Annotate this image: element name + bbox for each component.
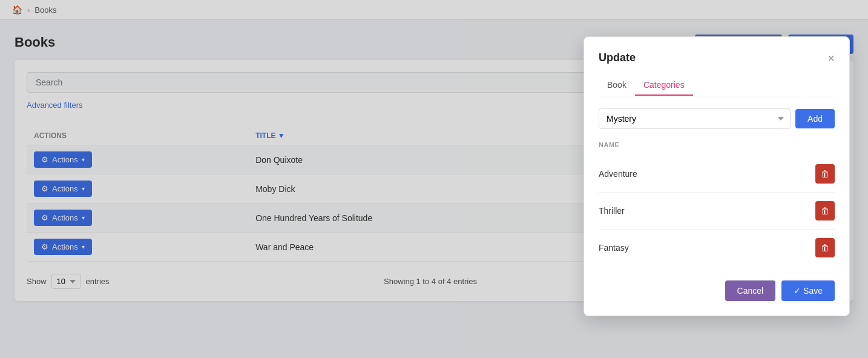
modal-close-button[interactable]: × (827, 52, 835, 64)
add-category-button[interactable]: Add (795, 109, 835, 128)
save-button[interactable]: ✓ Save (781, 280, 835, 301)
category-name: Thriller (599, 206, 625, 216)
modal-title: Update (599, 51, 636, 64)
category-item: Thriller 🗑 (599, 193, 835, 230)
category-item: Adventure 🗑 (599, 156, 835, 193)
update-modal: Update × Book Categories Mystery Adventu… (584, 36, 850, 316)
tab-categories[interactable]: Categories (635, 75, 693, 96)
category-name: Fantasy (599, 243, 629, 253)
name-column-label: NAME (599, 141, 835, 148)
delete-category-button[interactable]: 🗑 (815, 201, 835, 220)
category-select[interactable]: Mystery Adventure Thriller Fantasy (599, 108, 791, 129)
tab-book[interactable]: Book (599, 75, 635, 96)
category-name: Adventure (599, 169, 637, 179)
category-add-row: Mystery Adventure Thriller Fantasy Add (599, 108, 835, 129)
modal-footer: Cancel ✓ Save (599, 280, 835, 301)
category-item: Fantasy 🗑 (599, 230, 835, 266)
delete-category-button[interactable]: 🗑 (815, 238, 835, 257)
cancel-button[interactable]: Cancel (725, 280, 776, 301)
delete-category-button[interactable]: 🗑 (815, 164, 835, 184)
modal-header: Update × (599, 51, 835, 64)
modal-tabs: Book Categories (599, 75, 835, 96)
category-list: Adventure 🗑 Thriller 🗑 Fantasy 🗑 (599, 156, 835, 266)
